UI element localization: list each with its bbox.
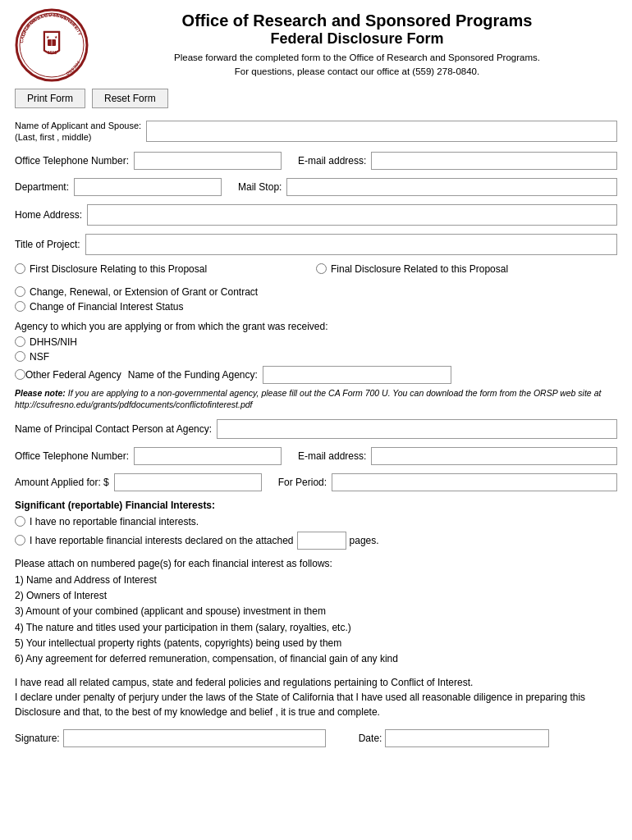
- agency-phone-email-row: Office Telephone Number: E-mail address:: [15, 447, 617, 465]
- have-reportable-post: pages.: [350, 535, 379, 546]
- final-disclosure-label: Final Disclosure Related to this Proposa…: [331, 263, 508, 275]
- have-reportable-pre: I have reportable financial interests de…: [30, 535, 294, 546]
- disclosure-type-row: First Disclosure Relating to this Propos…: [15, 263, 617, 278]
- declaration-text: I have read all related campus, state an…: [15, 675, 617, 719]
- other-federal-label: Other Federal Agency: [25, 369, 121, 381]
- office-phone-input[interactable]: [134, 152, 282, 170]
- financial-interests-title: Significant (reportable) Financial Inter…: [15, 500, 617, 511]
- office-phone-label: Office Telephone Number:: [15, 155, 129, 167]
- amount-applied-label: Amount Applied for: $: [15, 477, 109, 488]
- financial-interests-section: Significant (reportable) Financial Inter…: [15, 500, 617, 550]
- list-item: 3) Amount of your combined (applicant an…: [15, 604, 617, 619]
- title-project-input[interactable]: [85, 234, 617, 255]
- nsf-row: NSF: [15, 351, 617, 363]
- list-item: 5) Your intellectual property rights (pa…: [15, 636, 617, 651]
- applicant-label: Name of Applicant and Spouse: (Last, fir…: [15, 120, 141, 144]
- header-subtitle: Please forward the completed form to the…: [97, 51, 617, 80]
- signature-row: Signature: Date:: [15, 729, 617, 747]
- home-address-input[interactable]: [87, 204, 617, 226]
- svg-text:1911: 1911: [48, 50, 57, 55]
- change-renewal-radio[interactable]: [15, 286, 25, 297]
- dhhs-label: DHHS/NIH: [30, 336, 77, 348]
- first-disclosure-label: First Disclosure Relating to this Propos…: [30, 263, 207, 275]
- nsf-radio[interactable]: [15, 351, 25, 362]
- title-project-label: Title of Project:: [15, 239, 80, 250]
- change-financial-radio[interactable]: [15, 301, 25, 312]
- change-financial-row: Change of Financial Interest Status: [15, 301, 617, 313]
- page-title-line2: Federal Disclosure Form: [97, 30, 617, 48]
- applicant-name-input[interactable]: [146, 121, 617, 142]
- funding-agency-input[interactable]: [263, 366, 451, 384]
- first-disclosure-row: First Disclosure Relating to this Propos…: [15, 263, 316, 275]
- pages-input[interactable]: [297, 532, 346, 550]
- change-financial-label: Change of Financial Interest Status: [30, 301, 183, 313]
- agency-header: Agency to which you are applying or from…: [15, 321, 617, 332]
- change-renewal-row: Change, Renewal, or Extension of Grant o…: [15, 286, 617, 298]
- mail-stop-input[interactable]: [286, 178, 617, 196]
- signature-group: Signature:: [15, 729, 326, 747]
- dhhs-row: DHHS/NIH: [15, 336, 617, 348]
- reset-form-button[interactable]: Reset Form: [92, 89, 168, 108]
- university-seal: CALIFORNIA STATE UNIVERSITY CALIFORNIA S…: [15, 8, 89, 82]
- print-form-button[interactable]: Print Form: [15, 89, 85, 108]
- phone-email-row: Office Telephone Number: E-mail address:: [15, 152, 617, 170]
- final-disclosure-row: Final Disclosure Related to this Proposa…: [316, 263, 617, 275]
- signature-label: Signature:: [15, 733, 60, 744]
- mail-stop-label: Mail Stop:: [238, 181, 282, 193]
- principal-contact-label: Name of Principal Contact Person at Agen…: [15, 423, 212, 435]
- attach-list: 1) Name and Address of Interest 2) Owner…: [15, 573, 617, 667]
- date-group: Date:: [359, 729, 550, 747]
- please-note-bold: Please note:: [15, 388, 66, 398]
- have-reportable-row: I have reportable financial interests de…: [15, 532, 617, 550]
- no-reportable-label: I have no reportable financial interests…: [30, 516, 199, 527]
- agency-email-input[interactable]: [371, 447, 617, 465]
- email-input[interactable]: [371, 152, 617, 170]
- signature-input[interactable]: [63, 729, 326, 747]
- amount-period-row: Amount Applied for: $ For Period:: [15, 473, 617, 491]
- list-item: 6) Any agreement for deferred remunerati…: [15, 651, 617, 667]
- change-renewal-label: Change, Renewal, or Extension of Grant o…: [30, 286, 258, 298]
- date-input[interactable]: [385, 729, 549, 747]
- department-input[interactable]: [74, 178, 222, 196]
- page-title-line1: Office of Research and Sponsored Program…: [97, 11, 617, 30]
- dhhs-radio[interactable]: [15, 336, 25, 347]
- agency-phone-label: Office Telephone Number:: [15, 450, 129, 462]
- please-note-text: If you are applying to a non-governmenta…: [15, 388, 601, 410]
- please-note-block: Please note: If you are applying to a no…: [15, 387, 617, 411]
- for-period-input[interactable]: [332, 473, 617, 491]
- home-address-row: Home Address:: [15, 204, 617, 226]
- other-federal-radio[interactable]: [15, 369, 25, 380]
- no-reportable-radio[interactable]: [15, 516, 25, 527]
- list-item: 1) Name and Address of Interest: [15, 573, 617, 588]
- applicant-name-row: Name of Applicant and Spouse: (Last, fir…: [15, 120, 617, 144]
- home-address-label: Home Address:: [15, 209, 82, 221]
- title-project-row: Title of Project:: [15, 234, 617, 255]
- list-item: 4) The nature and titles used your parti…: [15, 620, 617, 636]
- final-disclosure-radio[interactable]: [316, 263, 327, 274]
- header-text-block: Office of Research and Sponsored Program…: [97, 11, 617, 80]
- department-label: Department:: [15, 181, 69, 193]
- agency-phone-input[interactable]: [134, 447, 282, 465]
- principal-contact-input[interactable]: [217, 419, 617, 439]
- agency-email-label: E-mail address:: [298, 450, 366, 462]
- first-disclosure-radio[interactable]: [15, 263, 25, 274]
- amount-applied-input[interactable]: [114, 473, 262, 491]
- no-reportable-row: I have no reportable financial interests…: [15, 516, 617, 527]
- date-label: Date:: [359, 733, 382, 744]
- other-federal-row: Other Federal Agency Name of the Funding…: [15, 366, 617, 384]
- nsf-label: NSF: [30, 351, 49, 363]
- funding-agency-name-label: Name of the Funding Agency:: [128, 369, 258, 381]
- dept-mailstop-row: Department: Mail Stop:: [15, 178, 617, 196]
- toolbar: Print Form Reset Form: [15, 89, 617, 108]
- attach-header: Please attach on numbered page(s) for ea…: [15, 558, 617, 569]
- agency-section: Agency to which you are applying or from…: [15, 321, 617, 411]
- have-reportable-radio[interactable]: [15, 535, 25, 546]
- list-item: 2) Owners of Interest: [15, 588, 617, 604]
- attach-section: Please attach on numbered page(s) for ea…: [15, 558, 617, 667]
- principal-contact-row: Name of Principal Contact Person at Agen…: [15, 419, 617, 439]
- for-period-label: For Period:: [278, 477, 327, 488]
- email-label: E-mail address:: [298, 155, 366, 167]
